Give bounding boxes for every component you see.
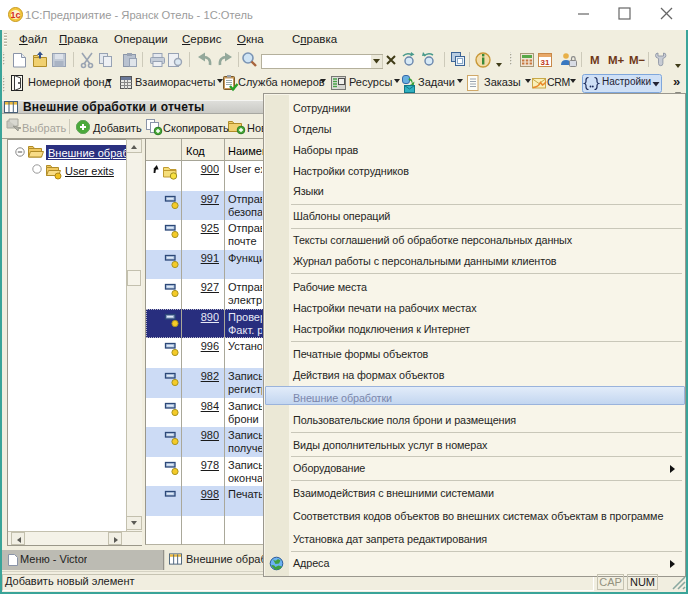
- svg-text:1с: 1с: [10, 10, 20, 20]
- svg-text:31: 31: [541, 58, 550, 67]
- svg-text:M+: M+: [608, 54, 625, 66]
- svg-text:M−: M−: [629, 54, 646, 66]
- svg-text:»: »: [673, 74, 680, 89]
- svg-text:M: M: [590, 54, 600, 66]
